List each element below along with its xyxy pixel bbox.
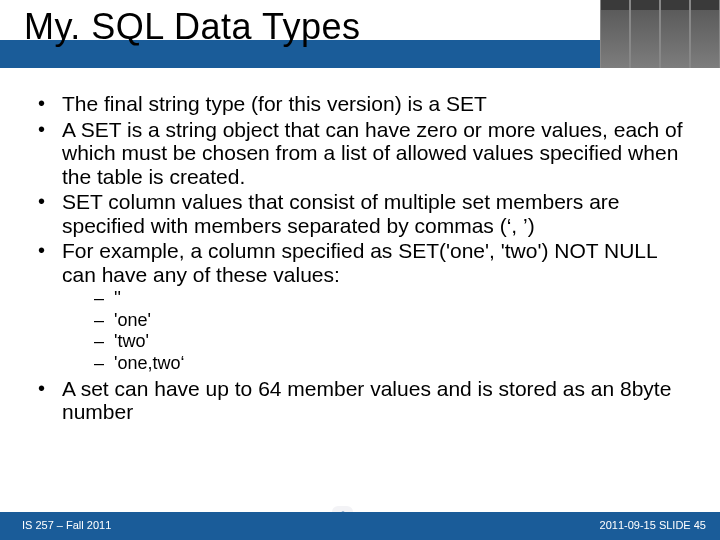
bullet-item: The final string type (for this version)… <box>34 92 694 116</box>
slide: My. SQL Data Types The final string type… <box>0 0 720 540</box>
bullet-text: A set can have up to 64 member values an… <box>62 377 671 424</box>
bullet-item: SET column values that consist of multip… <box>34 190 694 237</box>
decorative-arch-photo <box>600 0 720 68</box>
bullet-text: A SET is a string object that can have z… <box>62 118 683 188</box>
sub-text: 'one,two‘ <box>114 353 184 373</box>
title-bar: My. SQL Data Types <box>0 0 720 72</box>
sub-item: 'one' <box>62 310 694 332</box>
bullet-list: The final string type (for this version)… <box>34 92 694 424</box>
footer-course: IS 257 – Fall 2011 <box>22 519 111 531</box>
sub-text: 'one' <box>114 310 151 330</box>
footer-bar: IS 257 – Fall 2011 2011-09-15 SLIDE 45 <box>0 512 720 540</box>
bullet-item: For example, a column specified as SET('… <box>34 239 694 374</box>
sub-list: '' 'one' 'two' 'one,two‘ <box>62 288 694 374</box>
sub-item: 'two' <box>62 331 694 353</box>
sub-text: '' <box>114 288 121 308</box>
bullet-text: For example, a column specified as SET('… <box>62 239 657 286</box>
bullet-item: A set can have up to 64 member values an… <box>34 377 694 424</box>
bullet-text: SET column values that consist of multip… <box>62 190 620 237</box>
bullet-text: The final string type (for this version)… <box>62 92 487 115</box>
slide-title: My. SQL Data Types <box>24 6 360 48</box>
slide-body: The final string type (for this version)… <box>34 92 694 426</box>
sub-text: 'two' <box>114 331 149 351</box>
sub-item: '' <box>62 288 694 310</box>
sub-item: 'one,two‘ <box>62 353 694 375</box>
footer-date-slide: 2011-09-15 SLIDE 45 <box>600 519 706 531</box>
bullet-item: A SET is a string object that can have z… <box>34 118 694 189</box>
